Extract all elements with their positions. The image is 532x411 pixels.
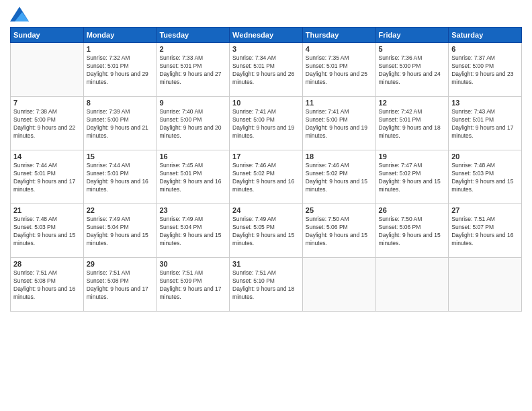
day-number: 26: [379, 206, 446, 214]
calendar-cell: 2Sunrise: 7:33 AMSunset: 5:01 PMDaylight…: [157, 43, 230, 97]
day-number: 31: [232, 260, 300, 268]
calendar-cell: 22Sunrise: 7:49 AMSunset: 5:04 PMDayligh…: [83, 204, 157, 258]
day-number: 27: [451, 206, 519, 214]
day-info: Sunrise: 7:41 AMSunset: 5:00 PMDaylight:…: [306, 108, 373, 140]
day-info: Sunrise: 7:51 AMSunset: 5:08 PMDaylight:…: [87, 269, 154, 302]
calendar-cell: 3Sunrise: 7:34 AMSunset: 5:01 PMDaylight…: [230, 43, 303, 97]
day-number: 17: [232, 152, 300, 161]
calendar-cell: 25Sunrise: 7:50 AMSunset: 5:06 PMDayligh…: [302, 204, 375, 258]
day-info: Sunrise: 7:43 AMSunset: 5:01 PMDaylight:…: [451, 108, 519, 140]
calendar-cell: [449, 258, 522, 312]
day-info: Sunrise: 7:36 AMSunset: 5:00 PMDaylight:…: [379, 54, 446, 87]
calendar-cell: 14Sunrise: 7:44 AMSunset: 5:01 PMDayligh…: [11, 150, 84, 204]
day-info: Sunrise: 7:48 AMSunset: 5:03 PMDaylight:…: [451, 162, 519, 194]
day-number: 18: [306, 152, 373, 161]
day-info: Sunrise: 7:51 AMSunset: 5:09 PMDaylight:…: [159, 269, 226, 302]
calendar-cell: 6Sunrise: 7:37 AMSunset: 5:00 PMDaylight…: [449, 43, 522, 97]
calendar-cell: 29Sunrise: 7:51 AMSunset: 5:08 PMDayligh…: [83, 258, 157, 312]
calendar-cell: 9Sunrise: 7:40 AMSunset: 5:00 PMDaylight…: [157, 97, 230, 150]
day-info: Sunrise: 7:40 AMSunset: 5:00 PMDaylight:…: [159, 108, 226, 140]
calendar-cell: 13Sunrise: 7:43 AMSunset: 5:01 PMDayligh…: [449, 97, 522, 150]
weekday-header: Monday: [83, 28, 157, 43]
day-info: Sunrise: 7:38 AMSunset: 5:00 PMDaylight:…: [13, 108, 81, 140]
calendar-cell: 11Sunrise: 7:41 AMSunset: 5:00 PMDayligh…: [302, 97, 375, 150]
day-info: Sunrise: 7:45 AMSunset: 5:01 PMDaylight:…: [159, 162, 226, 194]
day-info: Sunrise: 7:48 AMSunset: 5:03 PMDaylight:…: [13, 216, 81, 248]
day-info: Sunrise: 7:46 AMSunset: 5:02 PMDaylight:…: [306, 162, 373, 194]
calendar-cell: 28Sunrise: 7:51 AMSunset: 5:08 PMDayligh…: [11, 258, 84, 312]
day-number: 7: [13, 99, 81, 107]
day-number: 19: [379, 152, 446, 161]
day-info: Sunrise: 7:50 AMSunset: 5:06 PMDaylight:…: [306, 216, 373, 248]
day-number: 20: [451, 152, 519, 161]
calendar-week-row: 1Sunrise: 7:32 AMSunset: 5:01 PMDaylight…: [11, 43, 522, 97]
day-info: Sunrise: 7:42 AMSunset: 5:01 PMDaylight:…: [379, 108, 446, 140]
calendar-cell: [11, 43, 84, 97]
day-info: Sunrise: 7:51 AMSunset: 5:07 PMDaylight:…: [451, 216, 519, 248]
day-info: Sunrise: 7:32 AMSunset: 5:01 PMDaylight:…: [87, 54, 154, 87]
day-number: 2: [159, 45, 226, 53]
calendar-cell: 16Sunrise: 7:45 AMSunset: 5:01 PMDayligh…: [157, 150, 230, 204]
weekday-header: Saturday: [449, 28, 522, 43]
calendar-cell: 30Sunrise: 7:51 AMSunset: 5:09 PMDayligh…: [157, 258, 230, 312]
calendar-cell: 20Sunrise: 7:48 AMSunset: 5:03 PMDayligh…: [449, 150, 522, 204]
day-number: 5: [379, 45, 446, 53]
day-number: 23: [159, 206, 226, 214]
calendar-cell: 8Sunrise: 7:39 AMSunset: 5:00 PMDaylight…: [83, 97, 157, 150]
day-info: Sunrise: 7:50 AMSunset: 5:06 PMDaylight:…: [379, 216, 446, 248]
day-number: 11: [306, 99, 373, 107]
day-number: 6: [451, 45, 519, 53]
calendar-cell: 5Sunrise: 7:36 AMSunset: 5:00 PMDaylight…: [375, 43, 449, 97]
calendar-cell: 15Sunrise: 7:44 AMSunset: 5:01 PMDayligh…: [83, 150, 157, 204]
calendar-cell: 21Sunrise: 7:48 AMSunset: 5:03 PMDayligh…: [11, 204, 84, 258]
calendar-week-row: 28Sunrise: 7:51 AMSunset: 5:08 PMDayligh…: [11, 258, 522, 312]
calendar-cell: 27Sunrise: 7:51 AMSunset: 5:07 PMDayligh…: [449, 204, 522, 258]
calendar-cell: 17Sunrise: 7:46 AMSunset: 5:02 PMDayligh…: [230, 150, 303, 204]
day-info: Sunrise: 7:33 AMSunset: 5:01 PMDaylight:…: [159, 54, 226, 87]
weekday-header: Wednesday: [230, 28, 303, 43]
header: [10, 7, 522, 21]
day-info: Sunrise: 7:37 AMSunset: 5:00 PMDaylight:…: [451, 54, 519, 87]
day-number: 8: [87, 99, 154, 107]
day-info: Sunrise: 7:34 AMSunset: 5:01 PMDaylight:…: [232, 54, 300, 87]
day-info: Sunrise: 7:49 AMSunset: 5:04 PMDaylight:…: [159, 216, 226, 248]
calendar-week-row: 21Sunrise: 7:48 AMSunset: 5:03 PMDayligh…: [11, 204, 522, 258]
day-number: 25: [306, 206, 373, 214]
day-number: 13: [451, 99, 519, 107]
calendar-cell: 7Sunrise: 7:38 AMSunset: 5:00 PMDaylight…: [11, 97, 84, 150]
calendar-cell: 26Sunrise: 7:50 AMSunset: 5:06 PMDayligh…: [375, 204, 449, 258]
day-info: Sunrise: 7:51 AMSunset: 5:10 PMDaylight:…: [232, 269, 300, 302]
day-info: Sunrise: 7:44 AMSunset: 5:01 PMDaylight:…: [87, 162, 154, 194]
calendar-cell: 10Sunrise: 7:41 AMSunset: 5:00 PMDayligh…: [230, 97, 303, 150]
day-number: 24: [232, 206, 300, 214]
day-number: 12: [379, 99, 446, 107]
weekday-header: Tuesday: [157, 28, 230, 43]
day-info: Sunrise: 7:46 AMSunset: 5:02 PMDaylight:…: [232, 162, 300, 194]
weekday-header: Sunday: [11, 28, 84, 43]
day-info: Sunrise: 7:47 AMSunset: 5:02 PMDaylight:…: [379, 162, 446, 194]
day-number: 10: [232, 99, 300, 107]
day-number: 3: [232, 45, 300, 53]
calendar-table: SundayMondayTuesdayWednesdayThursdayFrid…: [10, 27, 522, 312]
day-info: Sunrise: 7:35 AMSunset: 5:01 PMDaylight:…: [306, 54, 373, 87]
calendar-cell: 31Sunrise: 7:51 AMSunset: 5:10 PMDayligh…: [230, 258, 303, 312]
calendar-cell: 19Sunrise: 7:47 AMSunset: 5:02 PMDayligh…: [375, 150, 449, 204]
calendar-week-row: 7Sunrise: 7:38 AMSunset: 5:00 PMDaylight…: [11, 97, 522, 150]
calendar-page: SundayMondayTuesdayWednesdayThursdayFrid…: [0, 0, 532, 411]
day-number: 30: [159, 260, 226, 268]
calendar-cell: 1Sunrise: 7:32 AMSunset: 5:01 PMDaylight…: [83, 43, 157, 97]
day-number: 15: [87, 152, 154, 161]
calendar-cell: [375, 258, 449, 312]
day-info: Sunrise: 7:41 AMSunset: 5:00 PMDaylight:…: [232, 108, 300, 140]
day-info: Sunrise: 7:49 AMSunset: 5:04 PMDaylight:…: [87, 216, 154, 248]
calendar-cell: 12Sunrise: 7:42 AMSunset: 5:01 PMDayligh…: [375, 97, 449, 150]
day-number: 9: [159, 99, 226, 107]
weekday-header: Friday: [375, 28, 449, 43]
logo-icon: [10, 7, 29, 21]
calendar-cell: 23Sunrise: 7:49 AMSunset: 5:04 PMDayligh…: [157, 204, 230, 258]
day-number: 16: [159, 152, 226, 161]
day-info: Sunrise: 7:44 AMSunset: 5:01 PMDaylight:…: [13, 162, 81, 194]
day-number: 14: [13, 152, 81, 161]
day-number: 29: [87, 260, 154, 268]
day-number: 1: [87, 45, 154, 53]
